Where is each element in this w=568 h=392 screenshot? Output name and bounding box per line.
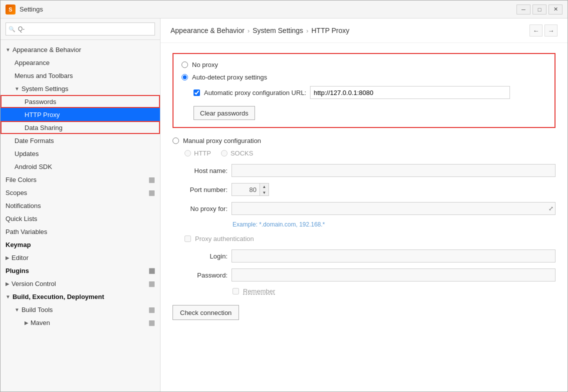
- breadcrumb-sep2: ›: [306, 27, 308, 34]
- sidebar-item-build-tools[interactable]: ▼ Build Tools ▦: [0, 303, 160, 316]
- sidebar-item-menus-toolbars[interactable]: Menus and Toolbars: [0, 69, 160, 82]
- maximize-button[interactable]: □: [532, 4, 546, 14]
- host-name-label: Host name:: [172, 167, 228, 174]
- grid-icon: ▦: [148, 306, 155, 314]
- socks-protocol-label: SOCKS: [230, 150, 254, 157]
- sidebar-item-version-control[interactable]: ▶ Version Control ▦: [0, 277, 160, 290]
- sidebar-item-maven[interactable]: ▶ Maven ▦: [0, 316, 160, 329]
- sidebar-item-path-variables[interactable]: Path Variables: [0, 225, 160, 238]
- clear-passwords-button[interactable]: Clear passwords: [194, 106, 255, 120]
- no-proxy-for-row: No proxy for: ⤢: [172, 202, 556, 215]
- http-protocol-label: HTTP: [194, 150, 211, 157]
- sidebar-item-editor[interactable]: ▶ Editor: [0, 251, 160, 264]
- sidebar-item-label: Appearance & Behavior: [12, 46, 81, 54]
- socks-protocol-option: SOCKS: [221, 150, 254, 157]
- proxy-auth-label: Proxy authentication: [195, 235, 254, 242]
- sidebar-item-notifications[interactable]: Notifications: [0, 199, 160, 212]
- settings-window: S Settings ─ □ ✕ ▼ Appearance & Behavior: [0, 0, 568, 392]
- no-proxy-for-wrapper: ⤢: [232, 202, 556, 215]
- sidebar-item-system-settings[interactable]: ▼ System Settings: [0, 82, 160, 95]
- login-label: Login:: [172, 252, 228, 260]
- expand-icon: ▶: [24, 320, 28, 326]
- no-proxy-label[interactable]: No proxy: [192, 61, 218, 68]
- close-button[interactable]: ✕: [548, 4, 562, 14]
- proxy-auth-row: Proxy authentication: [184, 235, 556, 242]
- auto-detect-row: Auto-detect proxy settings: [182, 74, 546, 81]
- no-proxy-radio[interactable]: [182, 62, 188, 68]
- breadcrumb: Appearance & Behavior › System Settings …: [160, 18, 568, 43]
- nav-buttons: ← →: [530, 24, 558, 36]
- sidebar-item-label: Passwords: [24, 98, 56, 106]
- remember-row: Remember: [232, 288, 556, 295]
- port-input[interactable]: [232, 185, 260, 194]
- grid-icon: ▦: [148, 188, 155, 196]
- protocol-row: HTTP SOCKS: [184, 150, 556, 157]
- settings-content: No proxy Auto-detect proxy settings Auto…: [160, 43, 568, 392]
- sidebar-item-updates[interactable]: Updates: [0, 147, 160, 160]
- search-wrapper: [6, 22, 155, 36]
- expand-icon: ▼: [14, 86, 20, 92]
- auto-url-checkbox[interactable]: [194, 90, 200, 96]
- sidebar-item-plugins[interactable]: Plugins ▦: [0, 264, 160, 277]
- auto-proxy-url-input[interactable]: [310, 86, 510, 99]
- main-content: ▼ Appearance & Behavior Appearance Menus…: [0, 18, 568, 392]
- password-label: Password:: [172, 272, 228, 279]
- auto-proxy-url-label[interactable]: Automatic proxy configuration URL:: [204, 89, 306, 96]
- back-button[interactable]: ←: [530, 24, 542, 36]
- manual-proxy-radio[interactable]: [172, 138, 179, 144]
- port-increment-button[interactable]: ▲: [260, 184, 268, 190]
- minimize-button[interactable]: ─: [516, 4, 530, 14]
- sidebar-item-passwords[interactable]: Passwords: [0, 95, 160, 108]
- expand-icon: ▼: [6, 294, 10, 300]
- port-decrement-button[interactable]: ▼: [260, 190, 268, 196]
- host-name-input[interactable]: [232, 164, 556, 177]
- sidebar: ▼ Appearance & Behavior Appearance Menus…: [0, 18, 160, 392]
- manual-proxy-label[interactable]: Manual proxy configuration: [183, 137, 261, 144]
- sidebar-item-label: Data Sharing: [24, 124, 62, 132]
- password-row: Password:: [172, 268, 556, 282]
- auto-detect-label[interactable]: Auto-detect proxy settings: [192, 74, 267, 81]
- no-proxy-for-input[interactable]: [232, 202, 556, 215]
- sidebar-item-label: Keymap: [6, 241, 31, 248]
- auto-detect-radio[interactable]: [182, 74, 188, 80]
- sidebar-item-label: Scopes: [6, 189, 27, 196]
- example-text: Example: *.domain.com, 192.168.*: [232, 221, 556, 228]
- sidebar-item-appearance[interactable]: Appearance: [0, 56, 160, 69]
- manual-proxy-row: Manual proxy configuration: [172, 137, 556, 144]
- sidebar-item-file-colors[interactable]: File Colors ▦: [0, 173, 160, 186]
- breadcrumb-part3: HTTP Proxy: [312, 26, 350, 34]
- app-icon: S: [6, 4, 16, 14]
- sidebar-item-android-sdk[interactable]: Android SDK: [0, 160, 160, 173]
- no-proxy-for-label: No proxy for:: [172, 205, 228, 212]
- sidebar-item-label: Plugins: [6, 267, 29, 274]
- sidebar-item-date-formats[interactable]: Date Formats: [0, 134, 160, 147]
- login-input[interactable]: [232, 250, 556, 262]
- clear-passwords-wrapper: Clear passwords: [182, 99, 546, 120]
- sidebar-item-keymap[interactable]: Keymap: [0, 238, 160, 251]
- sidebar-item-data-sharing[interactable]: Data Sharing: [0, 121, 160, 134]
- no-proxy-row: No proxy: [182, 61, 546, 68]
- check-connection-button[interactable]: Check connection: [172, 305, 239, 320]
- password-input[interactable]: [232, 268, 556, 282]
- grid-icon: ▦: [148, 280, 155, 288]
- remember-checkbox: [232, 288, 239, 294]
- http-protocol-radio: [184, 150, 191, 156]
- sidebar-item-label: Updates: [14, 150, 38, 158]
- sidebar-item-quick-lists[interactable]: Quick Lists: [0, 212, 160, 225]
- port-spinner: ▲ ▼: [260, 184, 268, 196]
- sidebar-item-build-execution-deployment[interactable]: ▼ Build, Execution, Deployment: [0, 290, 160, 303]
- sidebar-item-label: Appearance: [14, 59, 50, 66]
- socks-protocol-radio: [221, 150, 228, 156]
- search-input[interactable]: [6, 22, 155, 36]
- sidebar-item-http-proxy[interactable]: HTTP Proxy: [0, 108, 160, 121]
- expand-icon[interactable]: ⤢: [548, 205, 554, 212]
- sidebar-item-appearance-behavior[interactable]: ▼ Appearance & Behavior: [0, 43, 160, 56]
- sidebar-item-label: Path Variables: [6, 228, 48, 236]
- forward-button[interactable]: →: [544, 24, 558, 36]
- window-title: Settings: [20, 6, 516, 13]
- port-number-label: Port number:: [172, 186, 228, 194]
- expand-icon: ▼: [6, 47, 10, 52]
- sidebar-item-label: Quick Lists: [6, 215, 38, 222]
- sidebar-item-scopes[interactable]: Scopes ▦: [0, 186, 160, 199]
- sidebar-item-label: HTTP Proxy: [24, 111, 60, 118]
